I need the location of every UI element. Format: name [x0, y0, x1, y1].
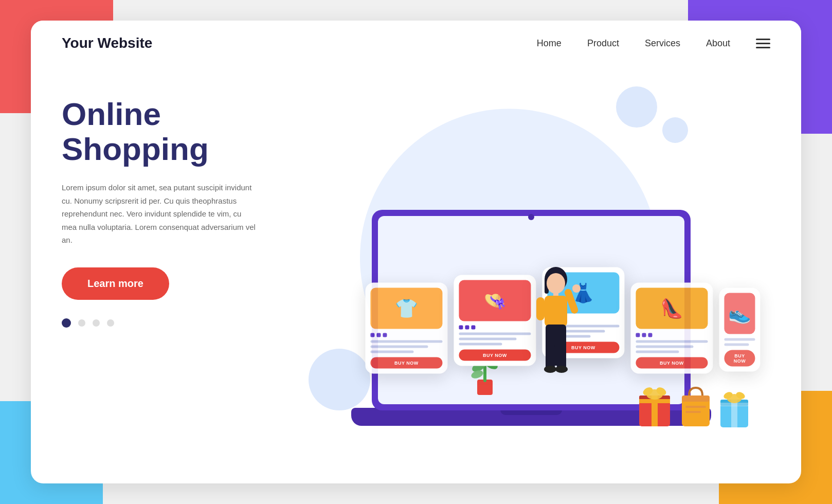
hero-title-line2: Shopping	[62, 131, 209, 167]
line3	[370, 351, 413, 353]
line2	[459, 338, 516, 340]
line1	[724, 338, 755, 341]
product-card-1: 👕 BUY NOW	[365, 283, 447, 374]
hamburger-menu[interactable]	[756, 39, 770, 48]
sq2	[376, 333, 381, 337]
nav-item-services[interactable]: Services	[645, 38, 680, 49]
line1	[370, 340, 442, 343]
buy-now-btn-1[interactable]: BUY NOW	[370, 357, 442, 369]
circle-bg-small1	[616, 86, 657, 128]
card-lines-1	[370, 340, 442, 353]
line2	[636, 346, 693, 348]
sq3	[383, 333, 387, 337]
card-lines-2	[459, 333, 531, 346]
svg-rect-9	[546, 344, 555, 369]
line2	[370, 346, 428, 348]
svg-point-11	[544, 366, 556, 373]
sq2	[465, 326, 469, 330]
buy-now-btn-2[interactable]: BUY NOW	[459, 350, 531, 361]
pagination-dots	[62, 318, 278, 328]
line1	[636, 340, 708, 343]
nav-link-services[interactable]: Services	[645, 38, 680, 48]
sq1	[459, 326, 463, 330]
card-lines-5	[724, 338, 755, 346]
product-card-4: 👠 BUY NOW	[630, 283, 713, 374]
sq1	[636, 333, 640, 337]
woman-figure	[525, 264, 587, 398]
svg-rect-5	[536, 297, 545, 320]
product-card-2: 👒 BUY NOW	[454, 275, 536, 366]
nav-links: Home Product Services About	[537, 38, 730, 49]
buy-now-btn-5[interactable]: BUY NOW	[724, 350, 755, 367]
dot-4[interactable]	[107, 319, 114, 327]
dot-2[interactable]	[78, 319, 85, 327]
gift-bag-svg	[678, 385, 714, 429]
svg-rect-4	[545, 296, 567, 327]
learn-more-button[interactable]: Learn more	[62, 267, 169, 300]
gift-box-1	[637, 385, 673, 431]
card-squares-2	[459, 326, 531, 330]
main-card: Your Website Home Product Services About	[31, 21, 801, 483]
line3	[459, 343, 502, 346]
buy-now-btn-4[interactable]: BUY NOW	[636, 357, 708, 369]
laptop-camera	[528, 214, 534, 220]
sq2	[642, 333, 646, 337]
svg-rect-28	[685, 411, 701, 413]
svg-point-2	[547, 273, 565, 294]
dot-1[interactable]	[62, 318, 71, 328]
card-lines-4	[636, 340, 708, 353]
hero-left: Online Shopping Lorem ipsum dolor sit am…	[62, 76, 278, 452]
gift-boxes	[637, 385, 750, 431]
product-img-1: 👕	[370, 288, 442, 329]
svg-rect-26	[682, 395, 710, 402]
hero-title-line1: Online	[62, 96, 161, 132]
line2	[724, 344, 749, 346]
hero-illustration: 👕 BUY NOW	[278, 76, 770, 452]
line3	[636, 351, 679, 353]
gift-svg-2	[719, 390, 750, 429]
card-squares-4	[636, 333, 708, 337]
dot-3[interactable]	[93, 319, 100, 327]
circle-bg-small2	[662, 117, 688, 143]
brand-logo[interactable]: Your Website	[62, 35, 152, 51]
product-img-4: 👠	[636, 288, 708, 329]
sq3	[471, 326, 475, 330]
nav-item-home[interactable]: Home	[537, 38, 562, 49]
hero-section: Online Shopping Lorem ipsum dolor sit am…	[31, 66, 801, 472]
nav-link-product[interactable]: Product	[587, 38, 619, 48]
sq1	[370, 333, 374, 337]
hamburger-line2	[756, 43, 770, 44]
hero-title: Online Shopping	[62, 97, 278, 167]
product-card-5: 👟 BUY NOW	[719, 288, 760, 372]
svg-point-12	[555, 366, 568, 373]
svg-rect-32	[720, 403, 748, 406]
gift-box-2	[719, 390, 750, 431]
hamburger-line3	[756, 47, 770, 48]
gift-svg-1	[637, 385, 673, 429]
svg-point-7	[572, 284, 581, 293]
line1	[459, 333, 531, 335]
sq3	[648, 333, 652, 337]
gift-bag	[678, 385, 714, 431]
navbar: Your Website Home Product Services About	[31, 21, 801, 66]
woman-svg	[525, 264, 587, 398]
svg-rect-27	[685, 406, 706, 408]
product-img-5: 👟	[724, 293, 755, 334]
hero-description: Lorem ipsum dolor sit amet, sea putant s…	[62, 181, 257, 247]
product-img-2: 👒	[459, 280, 531, 321]
svg-rect-21	[639, 399, 670, 403]
nav-link-about[interactable]: About	[706, 38, 730, 48]
svg-rect-10	[557, 344, 566, 369]
nav-item-product[interactable]: Product	[587, 38, 619, 49]
nav-item-about[interactable]: About	[706, 38, 730, 49]
hamburger-line1	[756, 39, 770, 40]
nav-link-home[interactable]: Home	[537, 38, 562, 48]
card-squares-1	[370, 333, 442, 337]
